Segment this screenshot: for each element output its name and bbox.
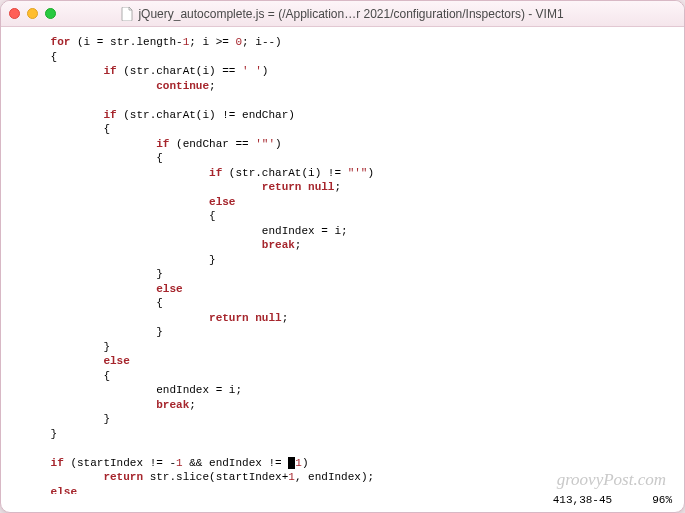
document-icon: [121, 7, 133, 21]
vim-window: jQuery_autocomplete.js = (/Application…r…: [0, 0, 685, 513]
code-line: else: [11, 283, 183, 295]
code-line: for (i = str.length-1; i >= 0; i--): [11, 36, 282, 48]
code-line: }: [11, 341, 110, 353]
code-line: else: [11, 486, 77, 495]
code-line: {: [11, 123, 110, 135]
cursor: [288, 457, 295, 469]
code-line: if (str.charAt(i) != endChar): [11, 109, 295, 121]
cursor-position: 413,38-45: [553, 494, 612, 506]
code-line: if (str.charAt(i) == ' '): [11, 65, 268, 77]
code-line: else: [11, 355, 130, 367]
code-line: {: [11, 152, 163, 164]
code-line: return null;: [11, 312, 288, 324]
maximize-icon[interactable]: [45, 8, 56, 19]
code-line: {: [11, 297, 163, 309]
traffic-lights: [9, 8, 56, 19]
code-line: {: [11, 210, 216, 222]
code-line: else: [11, 196, 235, 208]
code-line: }: [11, 428, 57, 440]
window-title: jQuery_autocomplete.js = (/Application…r…: [1, 7, 684, 21]
titlebar: jQuery_autocomplete.js = (/Application…r…: [1, 1, 684, 27]
minimize-icon[interactable]: [27, 8, 38, 19]
scroll-percent: 96%: [652, 494, 672, 506]
code-line: break;: [11, 239, 301, 251]
code-line: return null;: [11, 181, 341, 193]
close-icon[interactable]: [9, 8, 20, 19]
editor-area[interactable]: for (i = str.length-1; i >= 0; i--) { if…: [1, 27, 684, 494]
code-line: }: [11, 413, 110, 425]
code-line: if (str.charAt(i) != "'"): [11, 167, 374, 179]
code-line: }: [11, 326, 163, 338]
code-line: }: [11, 268, 163, 280]
code-line: break;: [11, 399, 196, 411]
code-line: {: [11, 370, 110, 382]
code-line: if (endChar == '"'): [11, 138, 282, 150]
title-text: jQuery_autocomplete.js = (/Application…r…: [138, 7, 563, 21]
code-line: return str.slice(startIndex+1, endIndex)…: [11, 471, 374, 483]
code-line: endIndex = i;: [11, 384, 242, 396]
code-line: if (startIndex != -1 && endIndex != 1): [11, 457, 308, 469]
statusbar: 413,38-45 96%: [553, 494, 672, 506]
code-line: {: [11, 51, 57, 63]
code-line: endIndex = i;: [11, 225, 348, 237]
code-line: continue;: [11, 80, 216, 92]
code-line: }: [11, 254, 216, 266]
